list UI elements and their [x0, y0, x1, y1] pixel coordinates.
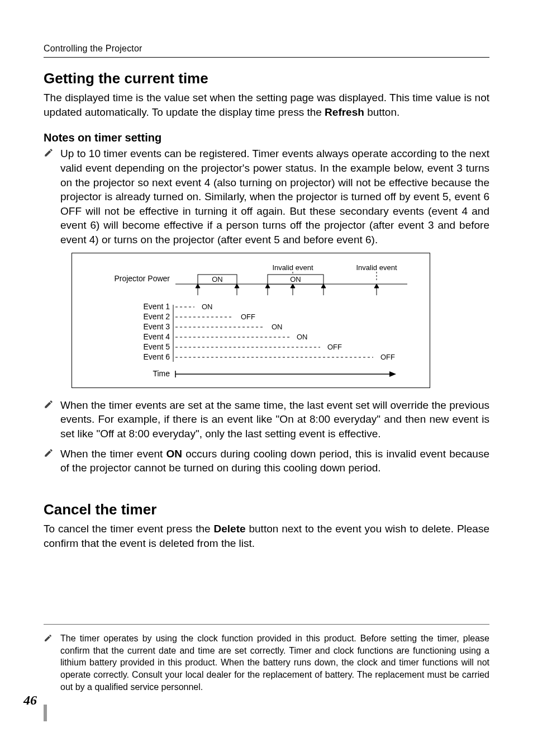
diagram-event-value: OFF [380, 353, 395, 361]
diagram-event-label: Event 4 [144, 332, 170, 341]
diagram-event-label: Event 6 [144, 352, 170, 361]
section-getting-time-title: Getting the current time [44, 70, 489, 87]
diagram-event-label: Event 2 [144, 312, 170, 321]
text: button. [364, 106, 399, 118]
diagram-event-value: ON [297, 333, 308, 341]
text: The displayed time is the value set when… [44, 92, 489, 118]
note-text: When the timer events are set at the sam… [60, 398, 489, 441]
section-cancel-timer-body: To cancel the timer event press the Dele… [44, 522, 489, 550]
svg-marker-25 [389, 371, 396, 377]
diagram-on-label: ON [212, 275, 223, 284]
diagram-label-projector-power: Projector Power [114, 274, 170, 283]
svg-marker-16 [374, 284, 379, 288]
svg-marker-12 [291, 284, 295, 288]
section-getting-time-body: The displayed time is the value set when… [44, 91, 489, 119]
on-keyword: ON [166, 448, 183, 460]
running-head: Controlling the Projector [44, 44, 489, 58]
diagram-event-label: Event 3 [144, 322, 170, 331]
pencil-note-icon [44, 447, 56, 475]
diagram-time-label: Time [153, 369, 170, 378]
diagram-on-label: ON [290, 275, 301, 284]
footer-separator [44, 624, 489, 625]
diagram-invalid-caption: Invalid event [273, 263, 313, 272]
timer-diagram: Projector Power Invalid event Invalid ev… [72, 253, 489, 388]
note-text: When the timer event ON occurs during co… [60, 447, 489, 475]
delete-keyword: Delete [214, 523, 246, 535]
note-item: Up to 10 timer events can be registered.… [44, 147, 489, 247]
diagram-event-value: OFF [327, 343, 342, 351]
svg-marker-14 [321, 284, 326, 288]
footer-note-text: The timer operates by using the clock fu… [60, 632, 489, 693]
notes-subhead: Notes on timer setting [44, 131, 489, 144]
page: Controlling the Projector Getting the cu… [0, 0, 533, 756]
diagram-event-value: ON [202, 303, 213, 311]
refresh-keyword: Refresh [325, 106, 364, 118]
pencil-note-icon [44, 398, 56, 441]
pencil-note-icon [44, 147, 56, 247]
footer-note: The timer operates by using the clock fu… [44, 632, 489, 693]
diagram-event-value: OFF [241, 313, 255, 321]
text: To cancel the timer event press the [44, 523, 214, 535]
note-item: When the timer event ON occurs during co… [44, 447, 489, 475]
note-item: When the timer events are set at the sam… [44, 398, 489, 441]
note-text: Up to 10 timer events can be registered.… [60, 147, 489, 247]
svg-marker-10 [265, 284, 270, 288]
svg-marker-6 [196, 284, 200, 288]
diagram-event-value: ON [272, 323, 283, 331]
diagram-invalid-caption: Invalid event [356, 263, 397, 272]
page-number: 46 [23, 693, 37, 708]
pencil-note-icon [44, 632, 56, 693]
diagram-event-label: Event 1 [144, 302, 170, 311]
page-number-bar [44, 705, 47, 721]
text: When the timer event [60, 448, 166, 460]
section-cancel-timer-title: Cancel the timer [44, 501, 489, 518]
svg-marker-8 [235, 284, 239, 288]
diagram-event-label: Event 5 [144, 342, 170, 351]
